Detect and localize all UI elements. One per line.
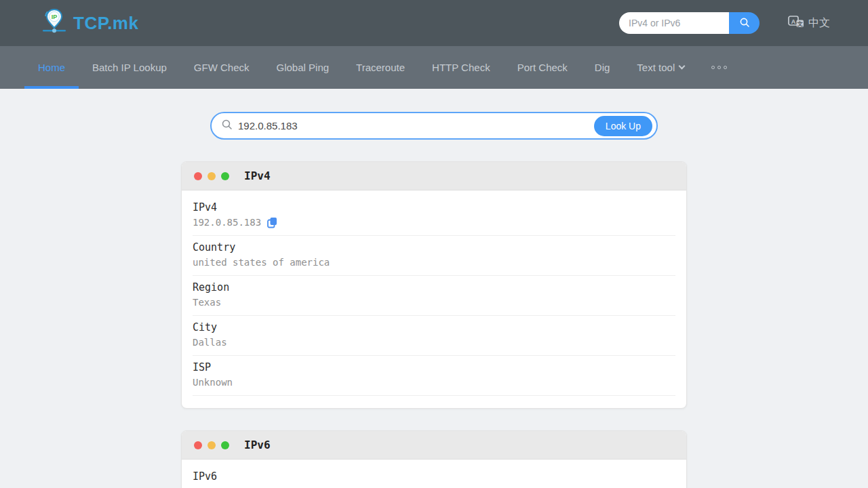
card-title: IPv6	[244, 439, 271, 451]
search-icon	[739, 17, 750, 30]
field-label: IPv4	[193, 201, 675, 214]
window-dot-green	[221, 172, 229, 180]
nav-item-batch-ip-lookup[interactable]: Batch IP Lookup	[79, 46, 180, 89]
field-label: ISP	[193, 361, 675, 374]
header-search-input[interactable]	[619, 12, 729, 34]
nav-item-label: Dig	[595, 62, 610, 73]
card-header: IPv6	[182, 431, 686, 460]
nav-item-port-check[interactable]: Port Check	[504, 46, 581, 89]
window-dot-yellow	[208, 172, 216, 180]
nav-item-traceroute[interactable]: Traceroute	[342, 46, 418, 89]
svg-text:文: 文	[797, 20, 804, 26]
translate-icon: A 文	[788, 16, 804, 31]
nav-item-label: Global Ping	[277, 62, 330, 73]
logo-text: TCP.mk	[73, 13, 138, 34]
field-row-city: CityDallas	[193, 316, 675, 356]
field-label: Region	[193, 281, 675, 294]
language-switch[interactable]: A 文 中文	[788, 16, 830, 31]
field-value: 192.0.85.183	[193, 216, 261, 229]
field-label: IPv6	[193, 470, 675, 483]
nav-item-label: Traceroute	[356, 62, 405, 73]
nav-item-label: Port Check	[517, 62, 568, 73]
field-value: Unknown	[193, 376, 233, 389]
header-search	[619, 12, 760, 34]
card-body: IPv4192.0.85.183Countryunited states of …	[182, 190, 686, 408]
field-value: Dallas	[193, 336, 227, 349]
nav-item-label: GFW Check	[194, 62, 250, 73]
window-dot-yellow	[208, 441, 216, 449]
field-label: City	[193, 321, 675, 334]
field-label: Country	[193, 241, 675, 254]
field-row-ipv4: IPv4192.0.85.183	[193, 196, 675, 236]
card-title: IPv4	[244, 169, 271, 182]
card-ipv6: IPv6IPv6	[181, 430, 687, 488]
topbar: IP TCP.mk A	[0, 0, 868, 46]
nav-item-http-check[interactable]: HTTP Check	[418, 46, 504, 89]
chevron-down-icon	[679, 63, 686, 70]
field-value: Texas	[193, 296, 221, 309]
window-dot-green	[221, 441, 229, 449]
nav-item-more[interactable]	[698, 46, 741, 89]
window-dot-red	[194, 441, 202, 449]
nav-item-global-ping[interactable]: Global Ping	[263, 46, 343, 89]
nav-item-label: Home	[38, 62, 65, 73]
nav-item-label: Batch IP Lookup	[92, 62, 167, 73]
nav-item-label: Text tool	[637, 62, 675, 73]
card-body: IPv6	[182, 460, 686, 488]
nav-item-home[interactable]: Home	[24, 46, 79, 89]
nav-item-text-tool[interactable]: Text tool	[623, 46, 698, 89]
field-row-ipv6: IPv6	[193, 465, 675, 488]
language-label: 中文	[808, 16, 830, 30]
main: Look Up IPv4IPv4192.0.85.183Countryunite…	[0, 112, 868, 488]
nav-item-gfw-check[interactable]: GFW Check	[180, 46, 263, 89]
window-dot-red	[194, 172, 202, 180]
result-cards: IPv4IPv4192.0.85.183Countryunited states…	[181, 161, 687, 488]
lookup-bar: Look Up	[210, 112, 658, 140]
lookup-button[interactable]: Look Up	[594, 116, 652, 136]
lookup-input[interactable]	[238, 120, 594, 131]
svg-text:IP: IP	[52, 14, 58, 20]
card-header: IPv4	[182, 162, 686, 190]
nav-item-label: HTTP Check	[432, 62, 490, 73]
nav-item-dig[interactable]: Dig	[581, 46, 624, 89]
header-search-button[interactable]	[729, 12, 760, 34]
nav: HomeBatch IP LookupGFW CheckGlobal PingT…	[0, 46, 868, 89]
field-row-region: RegionTexas	[193, 276, 675, 316]
logo-pin-icon: IP	[42, 7, 66, 39]
card-ipv4: IPv4IPv4192.0.85.183Countryunited states…	[181, 161, 687, 409]
logo[interactable]: IP TCP.mk	[42, 7, 138, 39]
ellipsis-icon	[711, 66, 727, 69]
field-row-isp: ISPUnknown	[193, 356, 675, 396]
field-row-country: Countryunited states of america	[193, 236, 675, 276]
svg-text:A: A	[791, 18, 796, 24]
copy-icon[interactable]	[267, 217, 277, 228]
field-value: united states of america	[193, 256, 330, 269]
search-icon	[221, 119, 233, 133]
